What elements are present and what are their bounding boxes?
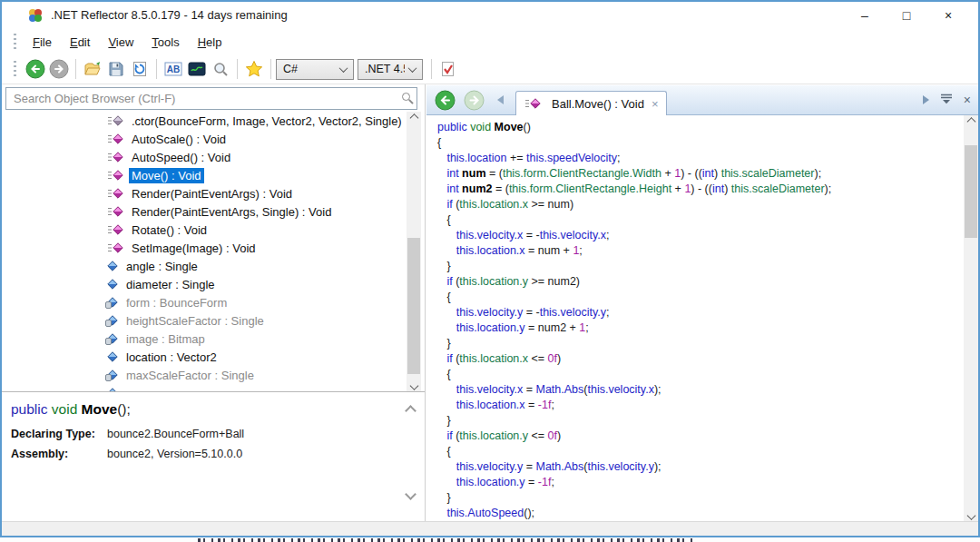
scroll-down-icon[interactable] <box>405 488 416 500</box>
code-line[interactable]: this.location.y = num2 + 1; <box>426 320 964 336</box>
code-line[interactable]: this.velocity.y = Math.Abs(this.velocity… <box>426 459 964 475</box>
code-token: ; <box>551 476 554 488</box>
tab-close-icon[interactable]: × <box>652 97 659 111</box>
code-line[interactable]: this.velocity.x = Math.Abs(this.velocity… <box>426 382 964 398</box>
tree-item[interactable]: angle : Single <box>4 257 407 275</box>
code-line[interactable]: if (this.location.y >= num2) <box>426 274 964 290</box>
code-line[interactable]: this.AutoSpeed(); <box>426 506 964 521</box>
vertical-splitter[interactable] <box>425 84 426 521</box>
scroll-up-icon[interactable] <box>407 112 421 126</box>
code-token: } <box>437 337 451 350</box>
close-button[interactable]: × <box>927 2 969 29</box>
check-assembly-button[interactable] <box>436 57 460 81</box>
code-line[interactable]: this.location.x = -1f; <box>426 398 964 413</box>
scroll-up-icon[interactable] <box>964 115 978 130</box>
code-line[interactable]: int num2 = (this.form.ClientRectangle.He… <box>426 182 964 197</box>
code-token <box>437 198 446 211</box>
tab-back-button[interactable] <box>435 90 456 111</box>
code-line[interactable]: } <box>426 490 964 506</box>
code-token: >= num) <box>528 198 573 211</box>
favorites-button[interactable] <box>242 57 266 81</box>
tree-item-label: AutoSpeed() : Void <box>129 150 233 165</box>
code-scrollbar[interactable] <box>964 115 978 521</box>
open-button[interactable] <box>81 57 104 81</box>
tree-item[interactable]: diameter : Single <box>4 275 407 293</box>
code-line[interactable]: this.velocity.y = -this.velocity.y; <box>426 305 964 320</box>
code-line[interactable]: if (this.location.y <= 0f) <box>426 429 964 444</box>
code-line[interactable]: { <box>426 290 964 305</box>
tab-ball-move[interactable]: Ball.Move() : Void × <box>515 91 667 115</box>
code-token: } <box>437 491 451 504</box>
tree-item[interactable]: .ctor(BounceForm, Image, Vector2, Vector… <box>4 112 407 130</box>
code-token: (); <box>524 507 534 519</box>
method-icon <box>107 133 123 144</box>
code-line[interactable]: this.location += this.speedVelocity; <box>426 151 964 166</box>
code-token: <= <box>528 352 548 365</box>
tree-item[interactable]: image : Bitmap <box>4 330 407 348</box>
console-button[interactable] <box>185 57 209 81</box>
save-button[interactable] <box>104 57 128 81</box>
tab-forward-button[interactable] <box>464 90 485 111</box>
app-icon <box>27 8 44 23</box>
scroll-tabs-right-icon[interactable] <box>923 95 929 104</box>
code-scrollbar-thumb[interactable] <box>965 145 977 238</box>
code-line[interactable]: if (this.location.x <= 0f) <box>426 351 964 367</box>
close-document-icon[interactable]: × <box>964 93 971 107</box>
minimize-button[interactable]: – <box>844 2 886 29</box>
tree-item[interactable]: Render(PaintEventArgs, Single) : Void <box>4 202 407 221</box>
search-button[interactable] <box>209 57 232 81</box>
code-line[interactable]: this.location.x = num + 1; <box>426 243 964 259</box>
tree-item[interactable]: maxScaleFactor : Single <box>4 366 407 384</box>
code-token: Math.Abs <box>536 460 584 473</box>
menu-help[interactable]: Help <box>189 33 231 52</box>
scroll-tabs-left-icon[interactable] <box>497 95 504 104</box>
tab-list-icon[interactable] <box>940 92 953 108</box>
forward-icon <box>49 59 69 79</box>
tree-item[interactable]: SetImage(Image) : Void <box>4 239 407 257</box>
menu-edit[interactable]: Edit <box>61 33 99 52</box>
framework-select[interactable]: .NET 4.5 <box>358 59 423 80</box>
code-line[interactable]: { <box>426 212 964 228</box>
back-button[interactable] <box>24 57 47 81</box>
code-line[interactable]: if (this.location.x >= num) <box>426 197 964 212</box>
tree-item[interactable]: Rotate() : Void <box>4 221 407 239</box>
code-line[interactable]: { <box>426 444 964 459</box>
code-line[interactable]: public void Move() <box>426 120 964 135</box>
scroll-down-icon[interactable] <box>964 507 978 521</box>
code-line[interactable]: } <box>426 413 964 429</box>
code-line[interactable]: { <box>426 367 964 382</box>
tree-item[interactable]: form : BounceForm <box>4 293 407 311</box>
scroll-up-icon[interactable] <box>405 405 416 417</box>
code-line[interactable]: int num = (this.form.ClientRectangle.Wid… <box>426 166 964 182</box>
tree-item[interactable]: AutoSpeed() : Void <box>4 148 407 166</box>
rename-button[interactable]: AB <box>162 57 185 81</box>
code-line[interactable]: this.location.y = -1f; <box>426 475 964 490</box>
tree-scrollbar[interactable] <box>407 112 421 391</box>
tree-item[interactable]: AutoScale() : Void <box>4 130 407 148</box>
code-token: this.form.ClientRectangle.Width <box>503 167 662 180</box>
tree-item[interactable] <box>4 384 407 391</box>
forward-icon <box>464 90 485 111</box>
search-input[interactable] <box>5 87 417 110</box>
code-line[interactable]: } <box>426 259 964 274</box>
code-line[interactable]: this.velocity.x = -this.velocity.x; <box>426 228 964 243</box>
tree-item[interactable]: heightScaleFactor : Single <box>4 311 407 330</box>
toolbar-grip-handle[interactable] <box>14 61 16 77</box>
code-line[interactable]: } <box>426 336 964 351</box>
menu-file[interactable]: File <box>24 33 61 52</box>
code-line[interactable]: { <box>426 135 964 151</box>
scroll-down-icon[interactable] <box>407 377 421 391</box>
menu-view[interactable]: View <box>99 33 142 52</box>
refresh-button[interactable] <box>128 57 152 81</box>
tree-item[interactable]: Move() : Void <box>4 166 407 184</box>
tree-scrollbar-thumb[interactable] <box>407 238 420 374</box>
menubar-grip-handle[interactable] <box>14 34 16 50</box>
tree-item[interactable]: location : Vector2 <box>4 348 407 366</box>
save-icon <box>108 61 124 77</box>
menu-tools[interactable]: Tools <box>142 33 188 52</box>
screen: .NET Reflector 8.5.0.179 - 14 days remai… <box>0 0 980 542</box>
forward-button[interactable] <box>47 57 71 81</box>
language-select[interactable]: C# <box>276 59 354 80</box>
tree-item[interactable]: Render(PaintEventArgs) : Void <box>4 184 407 202</box>
maximize-button[interactable]: □ <box>886 2 927 29</box>
